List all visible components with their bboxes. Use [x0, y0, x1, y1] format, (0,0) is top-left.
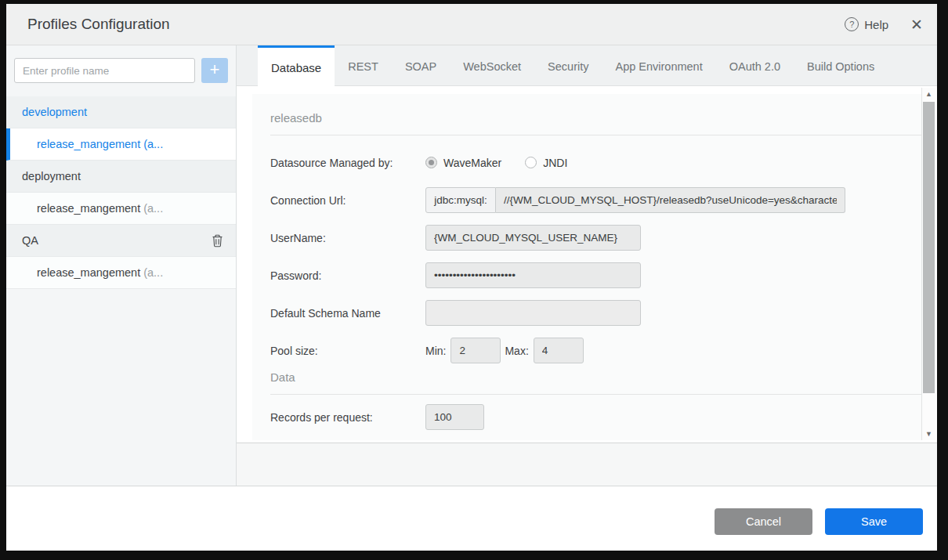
sidebar-item-development[interactable]: development	[6, 96, 236, 128]
connection-url-label: Connection Url:	[270, 194, 425, 207]
tab-security[interactable]: Security	[534, 45, 602, 85]
jndi-radio-label: JNDI	[543, 157, 567, 169]
jdbc-prefix: jdbc:mysql:	[425, 187, 496, 213]
password-row: Password:	[270, 262, 923, 288]
profiles-sidebar: + development release_mangement (a... de…	[6, 45, 237, 486]
dialog-header: Profiles Configuration ? Help ✕	[6, 4, 937, 45]
profile-item-label: release_mangement	[37, 202, 140, 215]
username-row: UserName:	[270, 225, 923, 251]
sidebar-item-release-mangement-qa[interactable]: release_mangement (a...	[6, 257, 236, 289]
pool-max-input[interactable]	[534, 338, 584, 363]
password-label: Password:	[270, 269, 425, 282]
tab-app-environment[interactable]: App Environment	[602, 45, 715, 85]
profile-item-label: release_mangement	[37, 266, 140, 279]
profile-item-suffix: (a...	[143, 202, 163, 215]
profiles-configuration-dialog: Profiles Configuration ? Help ✕ + develo…	[6, 4, 937, 551]
records-input[interactable]	[425, 404, 484, 430]
password-input[interactable]	[425, 262, 641, 288]
profile-item-suffix: (a...	[143, 138, 163, 150]
tab-oauth[interactable]: OAuth 2.0	[716, 45, 794, 85]
sidebar-item-release-mangement-deploy[interactable]: release_mangement (a...	[6, 193, 236, 225]
sidebar-item-qa[interactable]: QA	[6, 225, 236, 257]
pool-max-label: Max:	[505, 345, 528, 357]
help-label: Help	[864, 18, 888, 31]
dialog-title: Profiles Configuration	[27, 16, 170, 33]
schema-label: Default Schema Name	[270, 307, 425, 320]
schema-row: Default Schema Name	[270, 300, 923, 326]
sidebar-item-deployment[interactable]: deployment	[6, 161, 236, 193]
pool-min-label: Min:	[425, 345, 446, 357]
tab-content: releasedb Datasource Managed by: WaveMak…	[237, 86, 937, 486]
db-section-title: releasedb	[270, 111, 921, 135]
database-form-panel: releasedb Datasource Managed by: WaveMak…	[252, 94, 923, 440]
pool-min-input[interactable]	[450, 338, 501, 363]
username-label: UserName:	[270, 232, 425, 244]
tab-build-options[interactable]: Build Options	[794, 45, 888, 85]
scroll-up-icon[interactable]: ▲	[922, 88, 935, 100]
save-button[interactable]: Save	[825, 508, 923, 535]
datasource-row: Datasource Managed by: WaveMaker JNDI	[270, 150, 923, 175]
datasource-options: WaveMaker JNDI	[425, 157, 567, 169]
pool-size-label: Pool size:	[270, 345, 425, 357]
wavemaker-radio-label: WaveMaker	[443, 157, 501, 169]
records-row: Records per request:	[270, 404, 923, 430]
wavemaker-radio[interactable]	[425, 157, 437, 168]
profile-group-label: QA	[22, 234, 38, 247]
vertical-scrollbar[interactable]: ▲ ▼	[921, 88, 935, 440]
datasource-label: Datasource Managed by:	[270, 157, 425, 169]
modal-backdrop: Profiles Configuration ? Help ✕ + develo…	[0, 0, 948, 560]
pool-size-row: Pool size: Min: Max:	[270, 338, 923, 363]
connection-url-row: Connection Url: jdbc:mysql:	[270, 187, 923, 213]
help-icon: ?	[845, 17, 859, 31]
schema-input[interactable]	[425, 300, 641, 326]
profiles-list: development release_mangement (a... depl…	[6, 96, 236, 289]
scroll-down-icon[interactable]: ▼	[922, 428, 935, 440]
profile-search-row: +	[6, 45, 236, 83]
tab-database[interactable]: Database	[258, 45, 335, 87]
dialog-footer: Cancel Save	[6, 486, 937, 551]
delete-profile-icon[interactable]	[212, 234, 223, 247]
add-profile-button[interactable]: +	[201, 58, 228, 83]
scrollbar-thumb[interactable]	[923, 102, 935, 393]
profile-group-label: deployment	[22, 170, 81, 182]
jndi-radio[interactable]	[525, 157, 537, 168]
database-scroll-pane: releasedb Datasource Managed by: WaveMak…	[237, 86, 937, 443]
connection-url-input[interactable]	[496, 187, 845, 213]
tab-rest[interactable]: REST	[335, 45, 392, 85]
tab-websocket[interactable]: WebSocket	[450, 45, 534, 85]
profile-name-input[interactable]	[14, 58, 195, 83]
close-icon[interactable]: ✕	[910, 17, 923, 32]
profile-item-suffix: (a...	[143, 266, 163, 279]
sidebar-item-release-mangement-dev[interactable]: release_mangement (a...	[6, 128, 236, 161]
data-section-title: Data	[270, 370, 921, 395]
username-input[interactable]	[425, 225, 641, 251]
connection-url-group: jdbc:mysql:	[425, 187, 845, 213]
profile-item-label: release_mangement	[37, 138, 140, 150]
cancel-button[interactable]: Cancel	[715, 508, 812, 535]
config-tabbar: Database REST SOAP WebSocket Security Ap…	[237, 45, 937, 86]
tab-soap[interactable]: SOAP	[392, 45, 450, 85]
help-button[interactable]: ? Help	[845, 17, 888, 31]
header-actions: ? Help ✕	[845, 17, 923, 32]
records-label: Records per request:	[270, 411, 425, 424]
profile-group-label: development	[22, 106, 87, 118]
